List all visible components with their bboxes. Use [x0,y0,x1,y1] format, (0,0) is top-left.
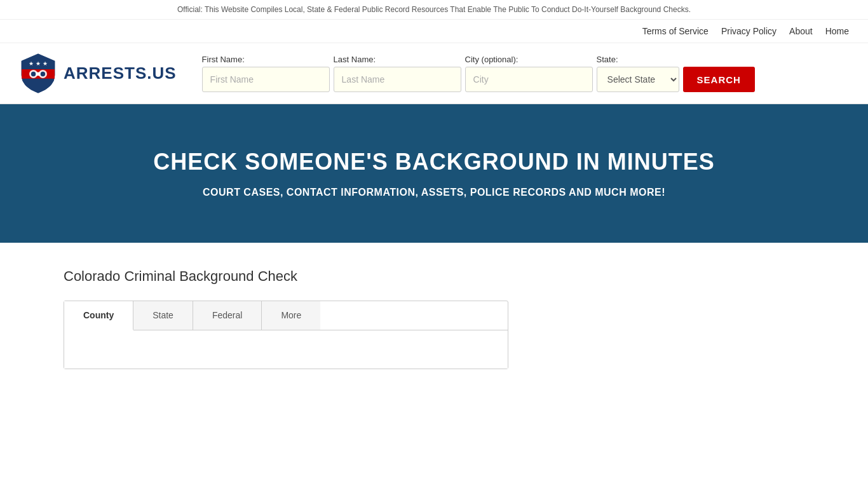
search-form: First Name: Last Name: City (optional): … [202,55,755,92]
first-name-input[interactable] [202,67,330,92]
top-nav: Terms of Service Privacy Policy About Ho… [0,20,868,43]
svg-point-4 [41,72,45,76]
state-field: State: Select State Alabama Alaska Arizo… [597,55,679,92]
tab-more[interactable]: More [262,301,320,330]
city-label: City (optional): [465,55,593,64]
logo-icon: ★ ★ ★ [19,53,57,94]
search-button[interactable]: SEARCH [683,67,755,92]
tab-state[interactable]: State [133,301,193,330]
state-select[interactable]: Select State Alabama Alaska Arizona Arka… [597,67,679,92]
tab-federal[interactable]: Federal [193,301,262,330]
svg-text:★ ★ ★: ★ ★ ★ [29,60,47,67]
nav-privacy-policy[interactable]: Privacy Policy [721,26,776,36]
city-input[interactable] [465,67,593,92]
site-header: ★ ★ ★ ARRESTS.US First Name: Last Name: … [0,43,868,104]
nav-terms-of-service[interactable]: Terms of Service [642,26,709,36]
last-name-label: Last Name: [334,55,461,64]
nav-home[interactable]: Home [825,26,849,36]
hero-banner: CHECK SOMEONE'S BACKGROUND IN MINUTES CO… [0,104,868,243]
logo-text: ARRESTS.US [64,64,177,83]
first-name-label: First Name: [202,55,330,64]
city-field: City (optional): [465,55,593,92]
hero-title: CHECK SOMEONE'S BACKGROUND IN MINUTES [13,149,855,175]
nav-about[interactable]: About [789,26,813,36]
section-title: Colorado Criminal Background Check [64,268,804,285]
svg-point-3 [31,72,36,76]
last-name-input[interactable] [334,67,461,92]
tabs-container: County State Federal More [64,301,508,369]
hero-subtitle: COURT CASES, CONTACT INFORMATION, ASSETS… [13,187,855,198]
logo-link[interactable]: ★ ★ ★ ARRESTS.US [19,53,177,94]
tab-content [64,330,508,369]
tabs-header: County State Federal More [64,301,508,330]
tab-county[interactable]: County [64,301,133,330]
announcement-bar: Official: This Website Compiles Local, S… [0,0,868,20]
content-section: Colorado Criminal Background Check Count… [0,243,868,395]
state-label: State: [597,55,679,64]
first-name-field: First Name: [202,55,330,92]
announcement-text: Official: This Website Compiles Local, S… [177,5,691,14]
svg-rect-2 [35,72,41,76]
last-name-field: Last Name: [334,55,461,92]
